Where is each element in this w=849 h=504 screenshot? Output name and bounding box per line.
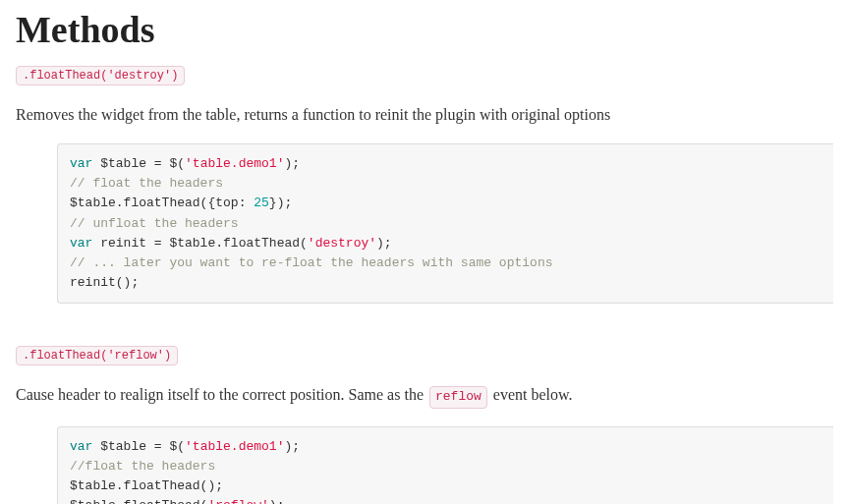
inline-code: reflow <box>429 386 487 409</box>
method-label-destroy: .floatThead('destroy') <box>16 66 185 85</box>
method-desc-reflow: Cause header to realign itself to the co… <box>16 383 833 409</box>
method-label-reflow: .floatThead('reflow') <box>16 346 178 365</box>
method-section-destroy: .floatThead('destroy') Removes the widge… <box>16 65 833 304</box>
code-block-reflow: var $table = $('table.demo1'); //float t… <box>57 426 833 504</box>
page-title: Methods <box>16 8 833 51</box>
method-section-reflow: .floatThead('reflow') Cause header to re… <box>16 345 833 504</box>
code-block-destroy: var $table = $('table.demo1'); // float … <box>57 143 833 304</box>
method-desc-destroy: Removes the widget from the table, retur… <box>16 103 833 126</box>
